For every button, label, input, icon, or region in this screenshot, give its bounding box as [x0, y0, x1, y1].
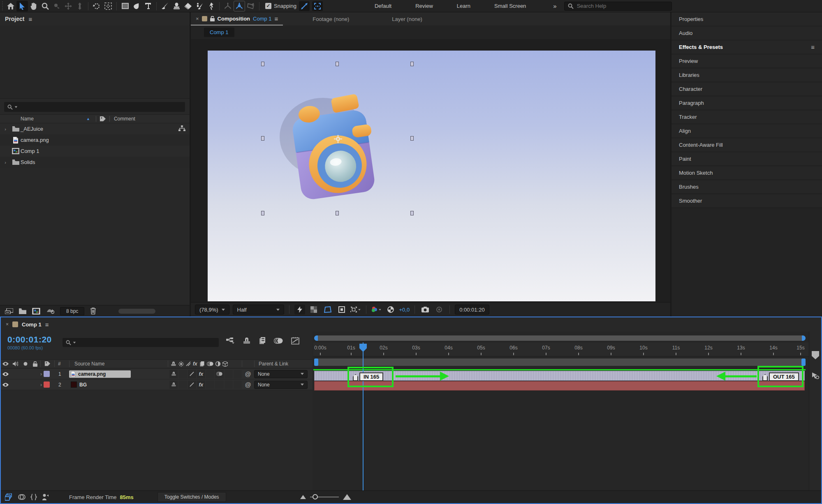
- sort-ascending-icon[interactable]: ▲: [86, 117, 90, 121]
- layer-visibility-eye-icon[interactable]: [1, 381, 11, 389]
- anchor-point-icon[interactable]: [334, 135, 342, 143]
- lock-column-icon[interactable]: [30, 360, 40, 368]
- current-timecode[interactable]: 0:00:01:20: [7, 335, 52, 344]
- solo-column-icon[interactable]: [21, 360, 30, 368]
- layer-row-bg[interactable]: › 2 BG fx @: [1, 379, 313, 390]
- panel-tab-character[interactable]: Character: [671, 82, 822, 96]
- audio-column-icon[interactable]: [11, 360, 21, 368]
- panel-menu-icon[interactable]: ≡: [811, 44, 815, 51]
- flowchart-icon[interactable]: [178, 125, 185, 133]
- channels-button[interactable]: [371, 305, 382, 314]
- label-column-icon[interactable]: [100, 116, 106, 122]
- region-of-interest-button[interactable]: [322, 305, 333, 314]
- adjustment-switch[interactable]: [225, 370, 233, 378]
- composition-region-button[interactable]: [350, 305, 361, 314]
- new-composition-icon[interactable]: [32, 308, 40, 314]
- index-column-header[interactable]: #: [54, 361, 69, 367]
- source-name-column-header[interactable]: Source Name: [69, 361, 168, 367]
- timeline-search-box[interactable]: [63, 338, 219, 347]
- motion-blur-icon[interactable]: [274, 338, 283, 344]
- frame-blend-switch[interactable]: [206, 370, 214, 378]
- close-icon[interactable]: ×: [196, 16, 199, 22]
- layer-row-camera[interactable]: › 1 camera.png fx @: [1, 369, 313, 379]
- animator-icon[interactable]: [42, 494, 49, 500]
- horizontal-scrollbar-thumb[interactable]: [118, 309, 155, 314]
- twirl-icon[interactable]: ›: [0, 127, 11, 132]
- interpret-footage-icon[interactable]: [5, 308, 13, 314]
- eraser-tool[interactable]: [182, 1, 194, 12]
- layer-source-name[interactable]: camera.png: [69, 370, 131, 378]
- local-axis-mode[interactable]: [222, 1, 234, 12]
- workspace-overflow-button[interactable]: »: [553, 2, 556, 9]
- panel-tab-smoother[interactable]: Smoother: [671, 194, 822, 208]
- blend-mode-icon[interactable]: [18, 494, 25, 500]
- zoom-tool[interactable]: [39, 1, 51, 12]
- panel-tab-audio[interactable]: Audio: [671, 26, 822, 40]
- playhead-line[interactable]: [363, 342, 364, 490]
- bit-depth-button[interactable]: 8 bpc: [60, 307, 84, 315]
- panel-tab-content-aware-fill[interactable]: Content-Aware Fill: [671, 138, 822, 152]
- layer-label-swatch[interactable]: [44, 371, 50, 377]
- rotation-tool[interactable]: [91, 1, 102, 12]
- world-axis-mode[interactable]: [234, 1, 245, 12]
- fx-switch[interactable]: fx: [197, 381, 205, 389]
- layer-source-name[interactable]: BG: [69, 381, 168, 388]
- layer-label-swatch[interactable]: [44, 381, 50, 388]
- workspace-learn[interactable]: Learn: [454, 1, 473, 11]
- parent-dropdown[interactable]: None: [254, 370, 308, 378]
- composition-mini-flowchart-icon[interactable]: [226, 338, 234, 344]
- snapping-checkbox[interactable]: ✓: [265, 3, 271, 9]
- tab-composition[interactable]: × Composition Comp 1 ≡: [191, 12, 283, 25]
- project-search-box[interactable]: [4, 102, 185, 112]
- parent-link-column-header[interactable]: Parent & Link: [254, 361, 313, 367]
- project-row-camera-png[interactable]: camera.png: [0, 134, 190, 146]
- selection-tool[interactable]: [16, 1, 28, 12]
- proxy-icon[interactable]: [46, 308, 54, 314]
- exposure-reset-icon[interactable]: [385, 305, 396, 314]
- brush-tool[interactable]: [159, 1, 171, 12]
- quality-switch[interactable]: [188, 370, 196, 378]
- panel-menu-icon[interactable]: ≡: [45, 321, 49, 328]
- close-icon[interactable]: ×: [6, 321, 9, 327]
- panel-tab-libraries[interactable]: Libraries: [671, 68, 822, 82]
- show-snapshot-button[interactable]: [434, 305, 445, 314]
- frame-blending-icon[interactable]: [259, 337, 266, 344]
- quality-switch[interactable]: [188, 381, 196, 389]
- snap-to-features-button[interactable]: [312, 1, 323, 11]
- mask-visibility-button[interactable]: [336, 305, 347, 314]
- collapse-switch[interactable]: [178, 381, 187, 389]
- navigator-end-handle[interactable]: [802, 335, 806, 341]
- dolly-camera-tool[interactable]: [74, 1, 86, 12]
- snapshot-button[interactable]: [420, 305, 431, 314]
- frame-blend-switch[interactable]: [206, 381, 214, 389]
- panel-tab-effects-presets[interactable]: Effects & Presets≡: [671, 40, 822, 54]
- collapse-switch[interactable]: [178, 370, 187, 378]
- time-ruler[interactable]: 0:00s 01s 02s 03s 04s 05s 06s 07s 08s 09…: [313, 342, 809, 356]
- puppet-pin-tool[interactable]: [205, 1, 217, 12]
- project-panel-menu[interactable]: ≡: [28, 16, 32, 23]
- multi-frame-rendering-icon[interactable]: [5, 493, 13, 501]
- help-search-input[interactable]: [577, 3, 659, 9]
- selection-handle[interactable]: [261, 136, 264, 141]
- panel-tab-brushes[interactable]: Brushes: [671, 180, 822, 194]
- tab-layer[interactable]: Layer (none): [387, 12, 427, 25]
- panel-tab-align[interactable]: Align: [671, 124, 822, 138]
- shy-toggle-icon[interactable]: [243, 338, 251, 344]
- view-axis-mode[interactable]: [245, 1, 257, 12]
- panel-tab-tracker[interactable]: Tracker: [671, 110, 822, 124]
- panel-tab-preview[interactable]: Preview: [671, 54, 822, 68]
- roto-brush-tool[interactable]: [194, 1, 205, 12]
- video-column-icon[interactable]: [1, 360, 11, 368]
- home-button[interactable]: [5, 1, 16, 12]
- zoom-slider-track[interactable]: [310, 497, 339, 497]
- graph-editor-icon[interactable]: [291, 337, 299, 344]
- motion-blur-switch[interactable]: [215, 370, 223, 378]
- project-row-solids[interactable]: › Solids: [0, 157, 190, 168]
- project-row-comp1[interactable]: Comp 1: [0, 146, 190, 157]
- viewer-timecode[interactable]: 0:00:01:20: [455, 305, 489, 314]
- zoom-in-icon[interactable]: [343, 494, 351, 500]
- pan-behind-tool[interactable]: [102, 1, 114, 12]
- threed-switch[interactable]: [234, 370, 242, 378]
- twirl-icon[interactable]: ›: [40, 371, 42, 377]
- exposure-value[interactable]: +0,0: [399, 307, 410, 313]
